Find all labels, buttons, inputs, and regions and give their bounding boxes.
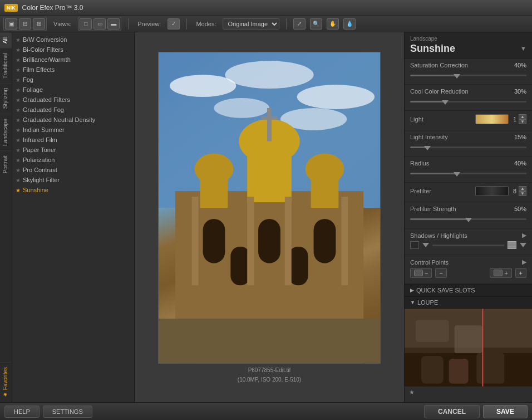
radius-slider[interactable] [410,169,526,178]
control-points-arrow[interactable]: ▶ [522,258,526,266]
view-single-btn[interactable]: ▣ [5,18,17,30]
cp-add-negative-btn[interactable]: − [410,268,432,278]
svg-rect-28 [416,320,449,342]
cp-add-btn[interactable]: + [515,268,526,278]
light-intensity-slider[interactable] [410,143,526,152]
filter-star[interactable]: ★ [16,87,21,93]
cp-subtract-btn[interactable]: − [435,268,446,278]
loupe-star-btn[interactable]: ★ [409,389,415,396]
svg-rect-18 [314,219,336,263]
preview-toggle[interactable]: ✓ [168,18,180,30]
filter-star[interactable]: ★ [16,177,21,183]
tab-favorites[interactable]: ★ Favorites [0,362,12,402]
quick-save-header[interactable]: ▶ QUICK SAVE SLOTS [405,284,532,296]
filter-item[interactable]: ★Paper Toner [12,145,134,155]
light-decrement-btn[interactable]: ▼ [519,119,526,124]
filter-star[interactable]: ★ [16,137,21,143]
main-image [158,52,381,364]
saturation-correction-slider[interactable] [410,71,526,80]
svg-rect-33 [449,359,469,384]
filter-star[interactable]: ★ [16,147,21,153]
color-picker-btn[interactable]: 💧 [343,18,356,30]
tab-traditional[interactable]: Traditional [0,48,12,83]
svg-rect-30 [487,317,526,348]
svg-rect-22 [341,197,348,285]
shadows-triangle-1[interactable] [422,243,429,247]
view-split-btn[interactable]: ⊟ [19,18,31,30]
filter-item[interactable]: ★Foliage [12,85,134,95]
settings-button[interactable]: SETTINGS [43,406,92,418]
filter-star[interactable]: ★ [16,57,21,63]
filter-star[interactable]: ★ [16,117,21,123]
prefilter-decrement-btn[interactable]: ▼ [519,191,526,196]
filter-name: Sunshine [23,187,130,193]
filter-star[interactable]: ★ [16,47,21,53]
filter-item[interactable]: ★Pro Contrast [12,165,134,175]
filter-star[interactable]: ★ [16,67,21,73]
pan-btn[interactable]: ✋ [327,18,339,30]
filter-item[interactable]: ★Indian Summer [12,125,134,135]
saturation-correction-group: Saturation Correction 40% [405,58,532,85]
filter-star[interactable]: ★ [16,187,21,193]
saturation-correction-row: Saturation Correction 40% [410,62,526,69]
view-size-3-btn[interactable]: ▬ [107,18,120,30]
view-size-2-btn[interactable]: ▭ [93,18,106,30]
zoom-in-btn[interactable]: 🔍 [310,18,322,30]
svg-rect-16 [203,219,225,263]
filter-star[interactable]: ★ [16,127,21,133]
preview-label: Preview: [137,21,161,27]
filter-star[interactable]: ★ [16,167,21,173]
filter-star[interactable]: ★ [16,157,21,163]
panel-collapse-btn[interactable]: ▼ [520,45,526,52]
prefilter-strength-slider[interactable] [410,214,526,223]
tab-landscape[interactable]: Landscape [0,114,12,150]
cool-color-reduction-slider[interactable] [410,97,526,106]
tab-portrait[interactable]: Portrait [0,150,12,178]
shadows-light-thumb[interactable] [508,241,516,249]
filter-star[interactable]: ★ [16,107,21,113]
filter-name: Film Effects [23,66,130,73]
filter-item[interactable]: ★Sunshine [12,185,134,195]
filter-star[interactable]: ★ [16,37,21,43]
prefilter-increment-btn[interactable]: ▲ [519,186,526,191]
light-control: 1 ▲ ▼ [475,114,526,124]
filter-item[interactable]: ★Graduated Filters [12,95,134,105]
filter-name: Infrared Film [23,136,130,143]
view-grid-btn[interactable]: ⊞ [33,18,45,30]
filter-item[interactable]: ★Brilliance/Warmth [12,55,134,65]
filter-item[interactable]: ★B/W Conversion [12,35,134,45]
modes-select[interactable]: Original Image [223,18,279,30]
filter-item[interactable]: ★Skylight Filter [12,175,134,185]
filter-item[interactable]: ★Infrared Film [12,135,134,145]
prefilter-preview [475,186,509,196]
loupe-header[interactable]: ▼ LOUPE [405,296,532,309]
radius-label: Radius [410,160,512,167]
filter-item[interactable]: ★Graduated Neutral Density [12,115,134,125]
cancel-button[interactable]: CANCEL [424,405,480,418]
tab-stylizing[interactable]: Stylizing [0,83,12,113]
svg-rect-15 [311,163,339,208]
saturation-correction-label: Saturation Correction [410,62,512,69]
filter-item[interactable]: ★Graduated Fog [12,105,134,115]
svg-rect-11 [261,116,278,120]
svg-rect-36 [482,309,483,386]
tab-all[interactable]: All [0,32,12,48]
shadows-highlights-arrow[interactable]: ▶ [522,232,526,239]
app-title: Color Efex Pro™ 3.0 [22,4,83,12]
light-increment-btn[interactable]: ▲ [519,114,526,119]
expand-btn[interactable]: ⤢ [293,18,306,30]
shadows-triangle-2[interactable] [520,243,526,247]
radius-group: Radius 40% [405,157,532,183]
shadows-dark-thumb[interactable] [410,241,419,249]
help-button[interactable]: HELP [4,406,40,418]
cp-add-positive-btn[interactable]: + [490,268,511,278]
filter-star[interactable]: ★ [16,97,21,103]
filter-item[interactable]: ★Polarization [12,155,134,165]
save-button[interactable]: SAVE [483,405,528,418]
loupe-section: ▼ LOUPE [405,296,532,398]
filter-item[interactable]: ★Fog [12,75,134,85]
filter-item[interactable]: ★Film Effects [12,65,134,75]
filter-star[interactable]: ★ [16,77,21,83]
filter-item[interactable]: ★Bi-Color Filters [12,45,134,55]
view-size-1-btn[interactable]: □ [80,18,92,30]
